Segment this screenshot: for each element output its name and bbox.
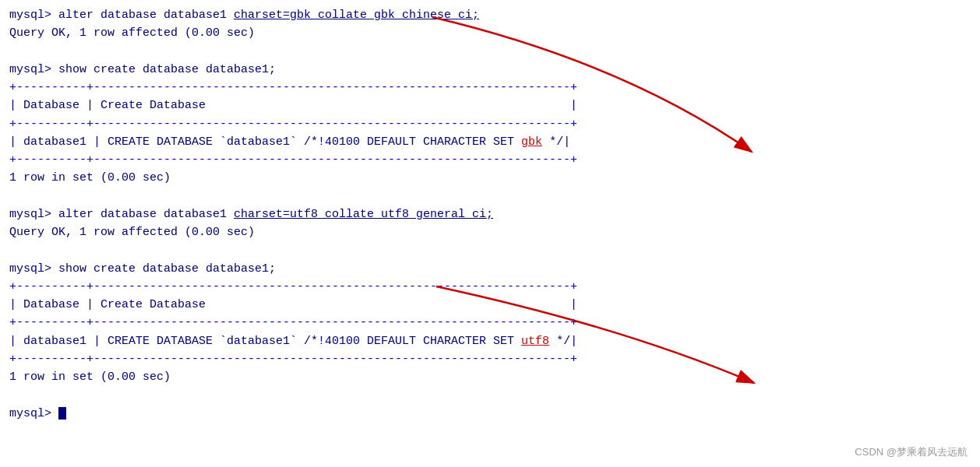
table-border: +----------+----------------------------… — [9, 314, 971, 332]
terminal-line: 1 row in set (0.00 sec) — [9, 368, 971, 386]
prompt: mysql> alter database database1 — [9, 208, 234, 221]
table-border: +----------+----------------------------… — [9, 278, 971, 296]
table-border: +----------+----------------------------… — [9, 79, 971, 97]
table-row: | database1 | CREATE DATABASE `database1… — [9, 332, 971, 350]
terminal-line — [9, 43, 971, 61]
terminal-line — [9, 241, 971, 259]
terminal-line: mysql> show create database database1; — [9, 260, 971, 278]
table-header: | Database | Create Database | — [9, 97, 971, 114]
terminal-line: mysql> alter database database1 charset=… — [9, 6, 971, 24]
terminal-line — [9, 386, 971, 404]
underline-text: charset=gbk collate gbk_chinese_ci; — [234, 9, 479, 22]
terminal-line: Query OK, 1 row affected (0.00 sec) — [9, 223, 971, 241]
terminal-line: Query OK, 1 row affected (0.00 sec) — [9, 24, 971, 42]
charset-gbk: gbk — [521, 135, 542, 149]
table-row: | database1 | CREATE DATABASE `database1… — [9, 133, 971, 151]
underline-text: charset=utf8 collate utf8_general_ci; — [234, 208, 493, 221]
table-border: +----------+----------------------------… — [9, 350, 971, 368]
cursor — [58, 407, 66, 420]
prompt: mysql> alter database database1 — [9, 9, 234, 22]
terminal-line — [9, 188, 971, 205]
table-header: | Database | Create Database | — [9, 296, 971, 314]
terminal-line: 1 row in set (0.00 sec) — [9, 169, 971, 187]
table-border: +----------+----------------------------… — [9, 151, 971, 169]
table-border: +----------+----------------------------… — [9, 115, 971, 133]
terminal-window: mysql> alter database database1 charset=… — [0, 0, 980, 429]
terminal-last-line: mysql> — [9, 405, 971, 423]
charset-utf8: utf8 — [521, 335, 549, 348]
watermark: CSDN @梦乘着风去远航 — [855, 445, 968, 459]
terminal-line: mysql> show create database database1; — [9, 61, 971, 79]
terminal-line: mysql> alter database database1 charset=… — [9, 205, 971, 223]
